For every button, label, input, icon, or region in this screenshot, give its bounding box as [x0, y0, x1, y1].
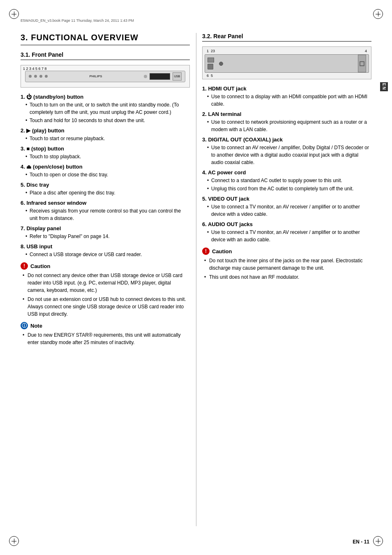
rear-item-1-bullets: Use to connect to a display with an HDMI… [202, 93, 371, 108]
rear-caution-items: Do not touch the inner pins of the jacks… [202, 257, 371, 281]
corner-mark-bl [9, 536, 19, 546]
bullet-item: Refer to "Display Panel" on page 14. [25, 233, 190, 240]
panel-brand: PHILIPS [50, 74, 141, 78]
list-item-8: 8. USB input Connect a USB storage devic… [21, 243, 190, 258]
bullet-item: Touch to turn on the unit, or to switch … [25, 101, 190, 116]
panel-dot-4 [45, 75, 48, 78]
front-caution-title: ! Caution [21, 262, 190, 270]
caution-icon: ! [21, 262, 28, 270]
front-caution-items: Do not connect any device other than USB… [21, 272, 190, 318]
caution-item: This unit does not have an RF modulator. [204, 273, 371, 281]
content-columns: 3. FUNCTIONAL OVERVIEW 3.1. Front Panel … [21, 33, 371, 350]
rear-caution-box: ! Caution Do not touch the inner pins of… [202, 247, 371, 281]
item-7-bullets: Refer to "Display Panel" on page 14. [21, 233, 190, 240]
bullet-item: Touch to open or close the disc tray. [25, 171, 190, 178]
item-7-title: 7. Display panel [21, 225, 190, 231]
vertical-divider [196, 33, 196, 526]
corner-mark-br [373, 536, 383, 546]
item-8-bullets: Connect a USB storage device or USB card… [21, 251, 190, 258]
bullet-item: Place a disc after opening the disc tray… [25, 189, 190, 197]
front-panel-subtitle: 3.1. Front Panel [21, 51, 190, 60]
rear-item-2-bullets: Use to connect to network provisioning e… [202, 118, 371, 133]
right-column: 3.2. Rear Panel 1 2 3 4 [202, 33, 371, 285]
bullet-item: Touch to start or resume playback. [25, 135, 190, 142]
bullet-item: Touch and hold for 10 seconds to shut do… [25, 117, 190, 124]
item-2-bullets: Touch to start or resume playback. [21, 135, 190, 142]
left-column: 3. FUNCTIONAL OVERVIEW 3.1. Front Panel … [21, 33, 190, 350]
rear-list-item-3: 3. DIGITAL OUT (COAXIAL) jack Use to con… [202, 136, 371, 166]
rear-lan-port [208, 64, 213, 69]
bullet-item: Use to connect to network provisioning e… [207, 118, 371, 133]
item-6-bullets: Receives signals from your remote contro… [21, 207, 190, 222]
rear-item-4-bullets: Connect to a standard AC outlet to suppl… [202, 177, 371, 192]
bullet-item: Use to connect a TV monitor, an AV recei… [207, 229, 371, 243]
bullet-item: Use to connect an AV receiver / amplifie… [207, 144, 371, 166]
rear-item-3-title: 3. DIGITAL OUT (COAXIAL) jack [202, 136, 371, 143]
rear-list-item-1: 1. HDMI OUT jack Use to connect to a dis… [202, 86, 371, 108]
panel-dot-3 [39, 75, 42, 78]
rear-item-2-title: 2. LAN terminal [202, 111, 371, 117]
note-icon: ⓘ [21, 322, 28, 329]
rear-item-6-bullets: Use to connect a TV monitor, an AV recei… [202, 229, 371, 243]
rear-panel-list: 1. HDMI OUT jack Use to connect to a dis… [202, 86, 371, 243]
bullet-item: Use to connect to a display with an HDMI… [207, 93, 371, 108]
corner-mark-tl [9, 9, 19, 19]
rear-list-item-2: 2. LAN terminal Use to connect to networ… [202, 111, 371, 133]
front-panel-diagram: 1 2 3 4 5 6 7 8 PHILIPS USB [21, 65, 190, 88]
corner-mark-tr [373, 9, 383, 19]
rear-item-3-bullets: Use to connect an AV receiver / amplifie… [202, 144, 371, 166]
item-6-title: 6. Infrared sensor window [21, 200, 190, 206]
rear-item-4-title: 4. AC power cord [202, 169, 371, 176]
list-item-5: 5. Disc tray Place a disc after opening … [21, 182, 190, 197]
rear-coax-port [219, 62, 223, 66]
rear-item-5-title: 5. VIDEO OUT jack [202, 196, 371, 202]
rear-list-item-6: 6. AUDIO OUT jacks Use to connect a TV m… [202, 221, 371, 243]
panel-display [150, 73, 170, 80]
rear-panel-subtitle: 3.2. Rear Panel [202, 33, 371, 42]
item-5-title: 5. Disc tray [21, 182, 190, 188]
item-4-title: 4. ⏏ (open/close) button [21, 164, 190, 170]
bullet-item: Connect to a standard AC outlet to suppl… [207, 177, 371, 184]
bullet-item: Unplug this cord from the AC outlet to c… [207, 185, 371, 192]
rear-caution-icon: ! [202, 247, 210, 255]
caution-item: Do not use an extension cord or USB hub … [23, 296, 190, 318]
item-1-title: 1. ⏻ (standby/on) button [21, 94, 190, 100]
item-4-bullets: Touch to open or close the disc tray. [21, 171, 190, 178]
rear-item-1-title: 1. HDMI OUT jack [202, 86, 371, 92]
caution-item: Do not connect any device other than USB… [23, 272, 190, 294]
front-panel-list: 1. ⏻ (standby/on) button Touch to turn o… [21, 94, 190, 258]
list-item-7: 7. Display panel Refer to "Display Panel… [21, 225, 190, 240]
rear-mid-ports [219, 62, 223, 66]
list-item-2: 2. ▶ (play) button Touch to start or res… [21, 127, 190, 142]
page-number: EN - 11 [353, 539, 369, 545]
item-3-title: 3. ■ (stop) button [21, 146, 190, 152]
rear-panel-diagram: 1 2 3 4 [202, 46, 371, 79]
file-header: E5WA0UD_EN_v3.book Page 11 Thursday, Mar… [21, 18, 371, 23]
rear-caution-title: ! Caution [202, 247, 371, 255]
list-item-4: 4. ⏏ (open/close) button Touch to open o… [21, 164, 190, 178]
rear-numbers-bottom: 6 5 [205, 73, 369, 78]
front-caution-box: ! Caution Do not connect any device othe… [21, 262, 190, 318]
bullet-item: Receives signals from your remote contro… [25, 207, 190, 222]
item-1-bullets: Touch to turn on the unit, or to switch … [21, 101, 190, 124]
rear-list-item-4: 4. AC power cord Connect to a standard A… [202, 169, 371, 192]
front-note-box: ⓘ Note Due to new ENERGY STAR® requireme… [21, 322, 190, 346]
rear-item-5-bullets: Use to connect a TV monitor, an AV recei… [202, 203, 371, 218]
item-2-num: 2. [21, 127, 26, 134]
caution-item: Do not touch the inner pins of the jacks… [204, 257, 371, 272]
rear-item-6-title: 6. AUDIO OUT jacks [202, 221, 371, 227]
item-5-bullets: Place a disc after opening the disc tray… [21, 189, 190, 197]
page-container: EN E5WA0UD_EN_v3.book Page 11 Thursday, … [0, 0, 392, 555]
list-item-3: 3. ■ (stop) button Touch to stop playbac… [21, 146, 190, 160]
panel-body: PHILIPS USB [25, 71, 185, 82]
front-note-items: Due to new ENERGY STAR® requirements, th… [21, 331, 190, 346]
rear-numbers-top: 1 2 3 4 [205, 49, 369, 53]
section-main-title: 3. FUNCTIONAL OVERVIEW [21, 33, 190, 45]
en-side-label: EN [380, 82, 388, 91]
list-item-6: 6. Infrared sensor window Receives signa… [21, 200, 190, 222]
panel-dot-2 [34, 75, 37, 78]
front-note-title: ⓘ Note [21, 322, 190, 329]
note-item: Due to new ENERGY STAR® requirements, th… [23, 331, 190, 346]
item-8-title: 8. USB input [21, 243, 190, 250]
item-2-title: 2. ▶ (play) button [21, 127, 190, 134]
